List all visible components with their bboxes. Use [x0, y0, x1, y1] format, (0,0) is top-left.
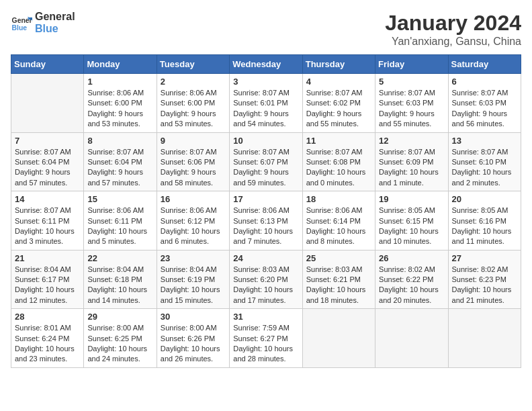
sunrise-time: Sunrise: 8:05 AM: [379, 206, 435, 214]
svg-text:Blue: Blue: [12, 24, 28, 32]
day-number: 4: [306, 77, 371, 87]
daylight-hours: Daylight: 9 hours and 59 minutes.: [233, 168, 289, 186]
sunset-time: Sunset: 6:14 PM: [306, 217, 361, 225]
calendar-cell: 30 Sunrise: 8:00 AM Sunset: 6:26 PM Dayl…: [157, 309, 229, 368]
sunset-time: Sunset: 6:17 PM: [15, 275, 69, 283]
sunrise-time: Sunrise: 8:05 AM: [452, 206, 508, 214]
calendar-cell: 22 Sunrise: 8:04 AM Sunset: 6:18 PM Dayl…: [84, 250, 157, 309]
day-number: 17: [233, 194, 298, 204]
day-info: Sunrise: 8:07 AM Sunset: 6:03 PM Dayligh…: [379, 88, 444, 130]
calendar-cell: 11 Sunrise: 8:07 AM Sunset: 6:08 PM Dayl…: [302, 132, 375, 191]
sunrise-time: Sunrise: 8:07 AM: [379, 89, 435, 97]
sunset-time: Sunset: 6:12 PM: [161, 217, 215, 225]
calendar-cell: 2 Sunrise: 8:06 AM Sunset: 6:00 PM Dayli…: [157, 74, 229, 133]
sunrise-time: Sunrise: 8:04 AM: [87, 265, 144, 273]
weekday-header-thursday: Thursday: [302, 55, 375, 74]
sunset-time: Sunset: 6:08 PM: [306, 158, 361, 166]
sunrise-time: Sunrise: 8:07 AM: [233, 89, 290, 97]
sunset-time: Sunset: 6:03 PM: [379, 99, 433, 107]
day-info: Sunrise: 8:07 AM Sunset: 6:01 PM Dayligh…: [233, 88, 298, 130]
daylight-hours: Daylight: 9 hours and 53 minutes.: [161, 109, 216, 128]
day-number: 27: [452, 253, 517, 263]
day-number: 3: [233, 77, 298, 87]
sunset-time: Sunset: 6:02 PM: [306, 99, 361, 107]
sunset-time: Sunset: 6:01 PM: [233, 99, 287, 107]
day-info: Sunrise: 8:02 AM Sunset: 6:22 PM Dayligh…: [379, 265, 444, 306]
sunset-time: Sunset: 6:13 PM: [233, 217, 287, 225]
calendar-cell: 29 Sunrise: 8:00 AM Sunset: 6:25 PM Dayl…: [84, 309, 157, 368]
calendar-cell: 18 Sunrise: 8:06 AM Sunset: 6:14 PM Dayl…: [302, 191, 375, 250]
day-info: Sunrise: 8:03 AM Sunset: 6:20 PM Dayligh…: [233, 265, 298, 306]
weekday-header-friday: Friday: [375, 55, 448, 74]
calendar-table: SundayMondayTuesdayWednesdayThursdayFrid…: [11, 54, 521, 368]
sunrise-time: Sunrise: 8:07 AM: [87, 148, 144, 156]
day-info: Sunrise: 8:06 AM Sunset: 6:00 PM Dayligh…: [87, 88, 152, 130]
daylight-hours: Daylight: 10 hours and 1 minute.: [379, 168, 439, 186]
sunset-time: Sunset: 6:16 PM: [452, 217, 506, 225]
day-info: Sunrise: 8:06 AM Sunset: 6:11 PM Dayligh…: [87, 205, 152, 247]
day-info: Sunrise: 8:07 AM Sunset: 6:02 PM Dayligh…: [306, 88, 371, 130]
daylight-hours: Daylight: 10 hours and 7 minutes.: [233, 227, 293, 245]
day-info: Sunrise: 8:06 AM Sunset: 6:00 PM Dayligh…: [161, 88, 226, 130]
daylight-hours: Daylight: 10 hours and 14 minutes.: [87, 285, 147, 304]
sunset-time: Sunset: 6:20 PM: [233, 275, 287, 283]
calendar-cell: 27 Sunrise: 8:02 AM Sunset: 6:23 PM Dayl…: [448, 250, 521, 309]
day-number: 22: [87, 253, 152, 263]
daylight-hours: Daylight: 10 hours and 3 minutes.: [15, 227, 75, 245]
calendar-cell: [375, 309, 448, 368]
day-number: 29: [87, 312, 152, 322]
daylight-hours: Daylight: 10 hours and 10 minutes.: [379, 227, 439, 245]
calendar-cell: 14 Sunrise: 8:07 AM Sunset: 6:11 PM Dayl…: [11, 191, 84, 250]
sunrise-time: Sunrise: 8:06 AM: [87, 89, 144, 97]
daylight-hours: Daylight: 10 hours and 26 minutes.: [161, 345, 220, 363]
day-number: 28: [15, 312, 80, 322]
sunrise-time: Sunrise: 8:02 AM: [452, 265, 508, 273]
day-number: 16: [161, 194, 226, 204]
day-number: 18: [306, 194, 371, 204]
sunset-time: Sunset: 6:00 PM: [87, 99, 142, 107]
sunset-time: Sunset: 6:15 PM: [379, 217, 433, 225]
day-number: 19: [379, 194, 444, 204]
sunrise-time: Sunrise: 8:07 AM: [379, 148, 435, 156]
title-block: January 2024 Yan'anxiang, Gansu, China: [385, 11, 521, 48]
daylight-hours: Daylight: 9 hours and 53 minutes.: [87, 109, 143, 128]
daylight-hours: Daylight: 10 hours and 20 minutes.: [379, 285, 439, 304]
calendar-cell: 12 Sunrise: 8:07 AM Sunset: 6:09 PM Dayl…: [375, 132, 448, 191]
sunrise-time: Sunrise: 8:06 AM: [161, 89, 217, 97]
calendar-cell: 31 Sunrise: 7:59 AM Sunset: 6:27 PM Dayl…: [230, 309, 302, 368]
day-number: 26: [379, 253, 444, 263]
day-number: 23: [161, 253, 226, 263]
day-info: Sunrise: 8:02 AM Sunset: 6:23 PM Dayligh…: [452, 265, 517, 306]
sunset-time: Sunset: 6:03 PM: [452, 99, 506, 107]
day-number: 9: [161, 136, 226, 146]
daylight-hours: Daylight: 9 hours and 57 minutes.: [87, 168, 143, 186]
day-number: 6: [452, 77, 517, 87]
calendar-cell: 10 Sunrise: 8:07 AM Sunset: 6:07 PM Dayl…: [230, 132, 302, 191]
calendar-cell: 17 Sunrise: 8:06 AM Sunset: 6:13 PM Dayl…: [230, 191, 302, 250]
day-info: Sunrise: 8:06 AM Sunset: 6:14 PM Dayligh…: [306, 205, 371, 247]
sunset-time: Sunset: 6:23 PM: [452, 275, 506, 283]
day-number: 7: [15, 136, 80, 146]
sunrise-time: Sunrise: 8:06 AM: [306, 206, 363, 214]
day-info: Sunrise: 8:01 AM Sunset: 6:24 PM Dayligh…: [15, 323, 80, 365]
day-number: 8: [87, 136, 152, 146]
daylight-hours: Daylight: 10 hours and 6 minutes.: [161, 227, 220, 245]
day-number: 13: [452, 136, 517, 146]
day-info: Sunrise: 8:00 AM Sunset: 6:25 PM Dayligh…: [87, 323, 152, 365]
sunset-time: Sunset: 6:27 PM: [233, 334, 287, 342]
day-info: Sunrise: 8:06 AM Sunset: 6:12 PM Dayligh…: [161, 205, 226, 247]
sunset-time: Sunset: 6:24 PM: [15, 334, 69, 342]
day-info: Sunrise: 8:07 AM Sunset: 6:10 PM Dayligh…: [452, 147, 517, 189]
daylight-hours: Daylight: 9 hours and 58 minutes.: [161, 168, 216, 186]
sunrise-time: Sunrise: 8:07 AM: [161, 148, 217, 156]
sunset-time: Sunset: 6:11 PM: [15, 217, 69, 225]
weekday-header-sunday: Sunday: [11, 55, 84, 74]
calendar-cell: 23 Sunrise: 8:04 AM Sunset: 6:19 PM Dayl…: [157, 250, 229, 309]
calendar-cell: 6 Sunrise: 8:07 AM Sunset: 6:03 PM Dayli…: [448, 74, 521, 133]
day-info: Sunrise: 8:04 AM Sunset: 6:17 PM Dayligh…: [15, 265, 80, 306]
sunset-time: Sunset: 6:06 PM: [161, 158, 215, 166]
logo-icon: General Blue: [11, 12, 32, 34]
sunrise-time: Sunrise: 8:03 AM: [306, 265, 363, 273]
sunrise-time: Sunrise: 8:06 AM: [161, 206, 217, 214]
sunrise-time: Sunrise: 8:07 AM: [452, 89, 508, 97]
